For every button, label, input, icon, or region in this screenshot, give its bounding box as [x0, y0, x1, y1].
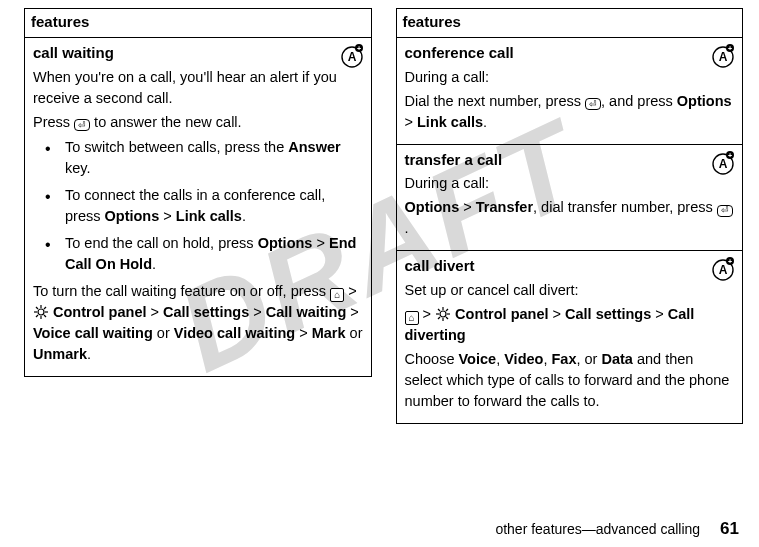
body-text: When you're on a call, you'll hear an al… — [33, 67, 363, 109]
list-item: To switch between calls, press the Answe… — [51, 137, 363, 179]
body-text: During a call: — [405, 173, 735, 194]
text: key. — [65, 160, 91, 176]
svg-text:A: A — [347, 50, 356, 64]
text: To end the call on hold, press — [65, 235, 258, 251]
text: To turn the call waiting feature on or o… — [33, 283, 330, 299]
menu-label: Voice call waiting — [33, 325, 153, 341]
svg-line-12 — [44, 307, 46, 309]
menu-label: Options — [258, 235, 313, 251]
body-text: Set up or cancel call divert: — [405, 280, 735, 301]
page-number: 61 — [720, 519, 739, 539]
text: . — [87, 346, 91, 362]
text: . — [152, 256, 156, 272]
body-text: During a call: — [405, 67, 735, 88]
svg-line-32 — [438, 317, 440, 319]
section-title: call waiting — [33, 42, 363, 64]
page-content: features A+ call waiting When you're on … — [0, 0, 759, 424]
separator: > — [346, 304, 359, 320]
separator: > — [344, 283, 357, 299]
svg-point-25 — [440, 311, 446, 317]
transfer-call-cell: A+ transfer a call During a call: Option… — [396, 144, 743, 251]
separator: > — [295, 325, 312, 341]
conference-call-cell: A+ conference call During a call: Dial t… — [396, 37, 743, 144]
menu-label: Options — [105, 208, 160, 224]
svg-text:A: A — [719, 157, 728, 171]
svg-text:A: A — [719, 50, 728, 64]
option-label: Fax — [551, 351, 576, 367]
svg-text:+: + — [728, 258, 732, 265]
svg-text:+: + — [728, 152, 732, 159]
key-label: Answer — [288, 139, 340, 155]
option-label: Video — [504, 351, 543, 367]
section-title: call divert — [405, 255, 735, 277]
page-footer: other features—advanced calling 61 — [495, 519, 739, 539]
body-text: ⌂ > Control panel > Call settings > Call… — [405, 304, 735, 346]
list-item: To connect the calls in a conference cal… — [51, 185, 363, 227]
separator: > — [549, 306, 566, 322]
text: to answer the new call. — [90, 114, 242, 130]
separator: > — [312, 235, 329, 251]
svg-line-9 — [36, 307, 38, 309]
option-label: Voice — [459, 351, 497, 367]
network-feature-icon: A+ — [339, 42, 365, 68]
section-name: other features—advanced calling — [495, 521, 700, 537]
separator: > — [651, 306, 668, 322]
text: To switch between calls, press the — [65, 139, 288, 155]
body-text: Options > Transfer, dial transfer number… — [405, 197, 735, 239]
call-waiting-cell: A+ call waiting When you're on a call, y… — [25, 37, 372, 376]
separator: > — [249, 304, 266, 320]
network-feature-icon: A+ — [710, 42, 736, 68]
svg-line-30 — [438, 309, 440, 311]
separator: > — [146, 304, 163, 320]
svg-text:+: + — [728, 45, 732, 52]
menu-label: Control panel — [451, 306, 548, 322]
features-table-right: features A+ conference call During a cal… — [396, 8, 744, 424]
text: Press — [33, 114, 74, 130]
body-text: Choose Voice, Video, Fax, or Data and th… — [405, 349, 735, 412]
section-title: transfer a call — [405, 149, 735, 171]
menu-label: Call waiting — [266, 304, 347, 320]
text: . — [483, 114, 487, 130]
section-title: conference call — [405, 42, 735, 64]
text: . — [405, 220, 409, 236]
menu-label: Unmark — [33, 346, 87, 362]
home-key-icon: ⌂ — [330, 288, 344, 302]
send-key-icon: ⏎ — [585, 98, 601, 110]
text: Choose — [405, 351, 459, 367]
list-item: To end the call on hold, press Options >… — [51, 233, 363, 275]
body-text: To turn the call waiting feature on or o… — [33, 281, 363, 365]
text: , dial transfer number, press — [533, 199, 717, 215]
separator: > — [419, 306, 436, 322]
features-table-left: features A+ call waiting When you're on … — [24, 8, 372, 377]
svg-point-4 — [38, 309, 44, 315]
menu-label: Mark — [312, 325, 346, 341]
text: Dial the next number, press — [405, 93, 586, 109]
text: or — [153, 325, 174, 341]
home-key-icon: ⌂ — [405, 311, 419, 325]
svg-line-33 — [446, 309, 448, 311]
body-text: Press ⏎ to answer the new call. — [33, 112, 363, 133]
menu-label: Video call waiting — [174, 325, 295, 341]
call-divert-cell: A+ call divert Set up or cancel call div… — [396, 251, 743, 424]
body-text: Dial the next number, press ⏎, and press… — [405, 91, 735, 133]
menu-label: Link calls — [176, 208, 242, 224]
send-key-icon: ⏎ — [717, 205, 733, 217]
gear-icon — [435, 306, 451, 322]
menu-label: Call settings — [565, 306, 651, 322]
right-column: features A+ conference call During a cal… — [396, 8, 744, 424]
menu-label: Control panel — [49, 304, 146, 320]
svg-text:A: A — [719, 263, 728, 277]
table-header: features — [25, 9, 372, 38]
table-header: features — [396, 9, 743, 38]
separator: > — [405, 114, 418, 130]
gear-icon — [33, 304, 49, 320]
left-column: features A+ call waiting When you're on … — [24, 8, 372, 424]
text: . — [242, 208, 246, 224]
menu-label: Call settings — [163, 304, 249, 320]
svg-line-10 — [44, 315, 46, 317]
menu-label: Options — [405, 199, 460, 215]
menu-label: Options — [677, 93, 732, 109]
text: , — [496, 351, 504, 367]
svg-line-31 — [446, 317, 448, 319]
bullet-list: To switch between calls, press the Answe… — [33, 137, 363, 275]
